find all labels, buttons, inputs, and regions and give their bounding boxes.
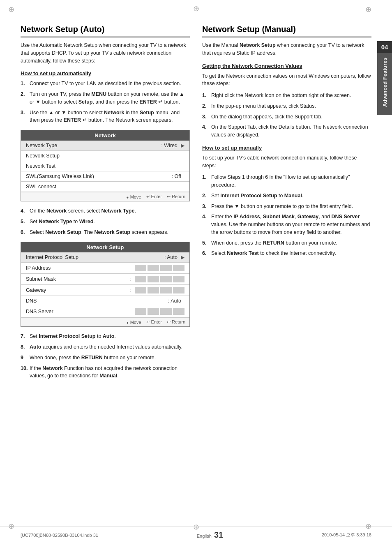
manual-step-2: 2. Set Internet Protocol Setup to Manual… — [202, 192, 371, 200]
network-row-type-label: Network Type — [26, 143, 161, 148]
step-num: 5. — [21, 218, 27, 226]
step-text: When done, press the RETURN button on yo… — [30, 354, 156, 362]
step-num: 2. — [202, 102, 209, 110]
page-info: English 31 — [197, 530, 223, 540]
ns-row-subnet: Subnet Mask : — [21, 274, 189, 285]
subnet-blocks — [135, 276, 184, 282]
step-text: Select Network Setup. The Network Setup … — [30, 229, 168, 236]
right-subsection1: Getting the Network Connection Values — [202, 63, 371, 69]
network-setup-footer: ⬥ Move ↵ Enter ↩ Return — [21, 317, 189, 326]
manual-step-1: 1. Follow Steps 1 through 6 in the "How … — [202, 173, 371, 189]
network-row-swl-value: : Off — [172, 173, 181, 179]
gateway-block-2 — [148, 287, 159, 293]
getting-intro: To get the Network connection values on … — [202, 72, 371, 88]
step-num: 1. — [202, 173, 209, 189]
manual-step-3: 3. Press the ▼ button on your remote to … — [202, 203, 371, 210]
left-step-10: 10. If the Network Function has not acqu… — [21, 365, 190, 380]
left-step-1: 1. Connect your TV to your LAN as descri… — [21, 80, 190, 88]
ip-block-2 — [148, 265, 159, 271]
step-text: Follow Steps 1 through 6 in the "How to … — [211, 173, 371, 189]
network-box-title: Network — [21, 130, 189, 141]
ip-block-4 — [173, 265, 184, 271]
step-text: Press the ▼ button on your remote to go … — [211, 203, 353, 210]
reg-mark-tl: ⊕ — [8, 5, 14, 14]
ns-row-ip: IP Address — [21, 263, 189, 274]
subnet-block-3 — [160, 276, 172, 282]
network-row-test-label: Network Test — [26, 163, 184, 169]
step-text: Set Internet Protocol Setup to Manual. — [211, 192, 303, 200]
dns-block-2 — [148, 308, 159, 315]
step-num: 4. — [21, 207, 27, 215]
language-label: English — [197, 534, 212, 538]
step-num: 1. — [202, 92, 209, 99]
ns-gateway-label: Gateway — [26, 287, 130, 293]
left-step-2: 2. Turn on your TV, press the MENU butto… — [21, 90, 190, 106]
step-text: Set Internet Protocol Setup to Auto. — [30, 333, 116, 340]
left-step-3: 3. Use the ▲ or ▼ button to select Netwo… — [21, 109, 190, 125]
left-step-4: 4. On the Network screen, select Network… — [21, 207, 190, 215]
ns-gateway-colon: : — [130, 287, 131, 293]
step-num: 1. — [21, 80, 27, 88]
left-step-5: 5. Set Network Type to Wired. — [21, 218, 190, 226]
ns-row-gateway: Gateway : — [21, 285, 189, 296]
subnet-block-2 — [148, 276, 159, 282]
network-row-swl-label: SWL(Samsung Wireless Link) — [26, 173, 172, 179]
left-step-6: 6. Select Network Setup. The Network Set… — [21, 229, 190, 236]
step-text: Select Network Test to check the Interne… — [211, 250, 336, 257]
left-subsection1: How to set up automatically — [21, 70, 190, 76]
manual-step-5: 5. When done, press the RETURN button on… — [202, 239, 371, 247]
dns-server-blocks — [135, 308, 184, 315]
network-row-type: Network Type : Wired ▶ — [21, 141, 189, 151]
left-steps-3: 7. Set Internet Protocol Setup to Auto. … — [21, 333, 190, 380]
dns-block-1 — [135, 308, 146, 315]
gateway-block-3 — [160, 287, 172, 293]
network-setup-box-title: Network Setup — [21, 242, 189, 252]
step-text: Enter the IP Address, Subnet Mask, Gatew… — [211, 213, 371, 236]
left-section-title: Network Setup (Auto) — [21, 25, 190, 37]
footer-enter: ↵ Enter — [146, 194, 162, 199]
subnet-block-1 — [135, 276, 146, 282]
bottom-bar: [UC7700]BN68-02590B-03L04.indb 31 Englis… — [0, 527, 392, 543]
left-column: Network Setup (Auto) Use the Automatic N… — [21, 25, 190, 383]
gateway-block-4 — [173, 287, 184, 293]
step-text: Set Network Type to Wired. — [30, 218, 95, 226]
network-row-swlconnect-label: SWL connect — [26, 184, 184, 189]
step-num: 3. — [202, 113, 209, 121]
gateway-block-1 — [135, 287, 146, 293]
ns-dns-label: DNS — [26, 298, 168, 304]
ns-ips-value: : Auto — [164, 254, 178, 260]
ns-dns-value: : Auto — [168, 298, 181, 304]
network-row-type-value: : Wired — [161, 143, 178, 148]
ns-row-dns: DNS : Auto — [21, 296, 189, 306]
reg-mark-top: ⊕ — [193, 4, 199, 13]
network-row-setup: Network Setup — [21, 151, 189, 161]
step-num: 6. — [202, 250, 209, 257]
step-text: Auto acquires and enters the needed Inte… — [30, 343, 182, 351]
arrow-icon: ▶ — [181, 254, 184, 260]
ip-address-blocks — [135, 265, 184, 271]
step-num: 10. — [21, 365, 27, 380]
gateway-blocks — [135, 287, 184, 293]
step-text: Right click the Network icon on the bott… — [211, 92, 351, 99]
footer-file: [UC7700]BN68-02590B-03L04.indb 31 — [21, 533, 98, 538]
ip-block-1 — [135, 265, 146, 271]
step-text: On the Network screen, select Network Ty… — [30, 207, 136, 215]
ns-dns-server-label: DNS Server — [26, 309, 133, 314]
footer-move: ⬥ Move — [126, 194, 141, 199]
page-number: 31 — [214, 530, 223, 539]
ip-block-3 — [160, 265, 172, 271]
getting-steps: 1. Right click the Network icon on the b… — [202, 92, 371, 139]
page: ⊕ ⊕ ⊕ ⊕ ⊕ ⊕ Advanced Features 04 Network… — [0, 0, 392, 543]
network-box-footer: ⬥ Move ↵ Enter ↩ Return — [21, 192, 189, 201]
footer-date: 2010-05-14 오후 3:39 16 — [322, 532, 371, 538]
step-text: Turn on your TV, press the MENU button o… — [30, 90, 190, 106]
reg-mark-tr: ⊕ — [365, 5, 371, 14]
step-num: 2. — [21, 90, 27, 106]
step-text: On the Support Tab, click the Details bu… — [211, 123, 371, 139]
step-num: 8. — [21, 343, 27, 351]
ns-ip-label: IP Address — [26, 265, 133, 271]
arrow-icon: ▶ — [181, 143, 184, 148]
getting-step-1: 1. Right click the Network icon on the b… — [202, 92, 371, 99]
step-num: 7. — [21, 333, 27, 340]
right-section-title: Network Setup (Manual) — [202, 25, 371, 37]
